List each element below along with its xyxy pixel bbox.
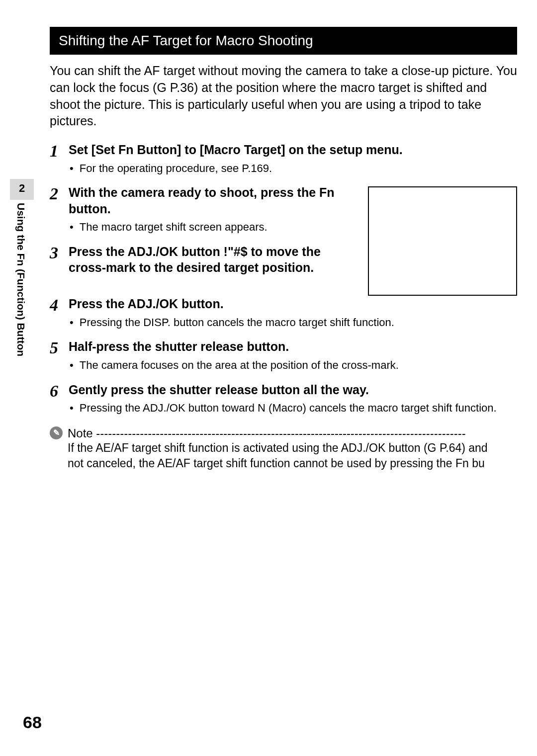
step-item: 1 Set [Set Fn Button] to [Macro Target] … — [50, 142, 517, 179]
step-title: With the camera ready to shoot, press th… — [69, 184, 358, 217]
section-title: Shifting the AF Target for Macro Shootin… — [50, 27, 517, 55]
step-number: 6 — [50, 382, 69, 400]
step-number: 1 — [50, 142, 69, 160]
step-sub-item: The macro target shift screen appears. — [79, 220, 358, 235]
steps-list: 1 Set [Set Fn Button] to [Macro Target] … — [50, 142, 517, 420]
note-divider: ----------------------------------------… — [93, 426, 466, 440]
step-sub-item: The camera focuses on the area at the po… — [79, 358, 517, 373]
step-item: 5 Half-press the shutter release button.… — [50, 338, 517, 376]
note-line: not canceled, the AE/AF target shift fun… — [68, 456, 517, 471]
note-line: If the AE/AF target shift function is ac… — [68, 440, 517, 456]
note-block: ✎ Note ---------------------------------… — [50, 426, 517, 471]
step-title: Press the ADJ./OK button !"#$ to move th… — [69, 244, 358, 276]
step-item: 4 Press the ADJ./OK button. Pressing the… — [50, 296, 517, 334]
step-sub-item: For the operating procedure, see P.169. — [79, 161, 517, 176]
step-title: Gently press the shutter release button … — [69, 382, 517, 398]
step-sub-item: Pressing the ADJ./OK button toward N (Ma… — [79, 401, 517, 416]
step-number: 2 — [50, 184, 69, 202]
step-number: 4 — [50, 296, 69, 314]
step-sub-item: Pressing the DISP. button cancels the ma… — [79, 315, 517, 330]
intro-paragraph: You can shift the AF target without movi… — [50, 63, 517, 130]
page-content: Shifting the AF Target for Macro Shootin… — [0, 0, 537, 756]
step-item: 6 Gently press the shutter release butto… — [50, 382, 517, 420]
step-title: Set [Set Fn Button] to [Macro Target] on… — [69, 142, 517, 158]
step-item: 3 Press the ADJ./OK button !"#$ to move … — [50, 244, 358, 279]
note-label: Note — [68, 426, 93, 440]
screen-illustration-placeholder — [368, 186, 517, 296]
step-item: 2 With the camera ready to shoot, press … — [50, 184, 358, 239]
note-icon: ✎ — [50, 426, 63, 439]
step-title: Half-press the shutter release button. — [69, 338, 517, 355]
step-title: Press the ADJ./OK button. — [69, 296, 517, 312]
step-number: 3 — [50, 244, 69, 261]
step-number: 5 — [50, 338, 69, 356]
